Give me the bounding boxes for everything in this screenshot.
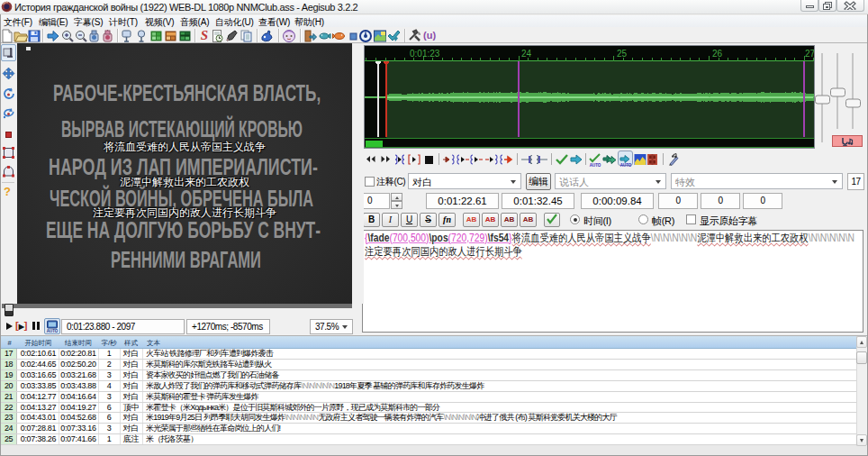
svg-text:0:01:23: 0:01:23	[410, 49, 440, 59]
svg-text:24: 24	[521, 49, 532, 59]
svg-text:AUTO: AUTO	[620, 163, 632, 168]
svg-text:26: 26	[712, 49, 723, 59]
svg-text:AUTO: AUTO	[590, 163, 601, 168]
svg-text:AUTO: AUTO	[47, 329, 59, 333]
svg-text:27: 27	[805, 49, 814, 59]
svg-text:25: 25	[617, 49, 628, 59]
